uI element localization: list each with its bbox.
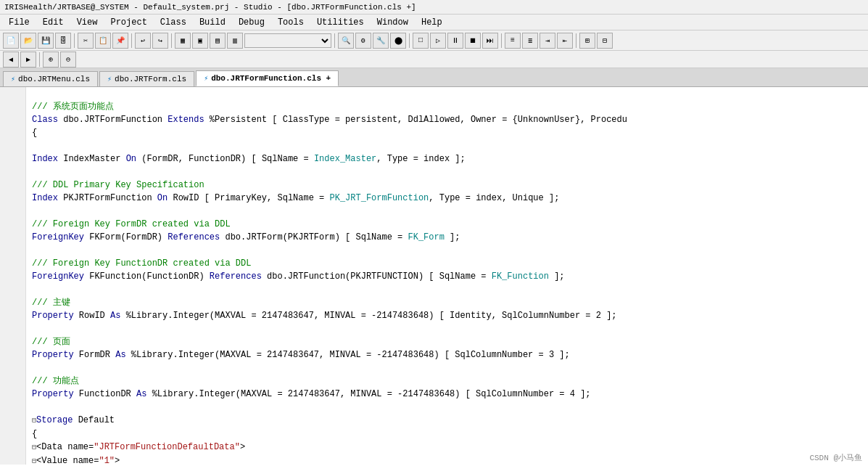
tab-jrtform[interactable]: ⚡ dbo.JRTForm.cls [99, 71, 194, 86]
btn-c2[interactable]: ≣ [522, 33, 538, 49]
btn-t1[interactable]: ▦ [175, 33, 191, 49]
sep7 [576, 33, 576, 48]
btn-t3[interactable]: ▤ [210, 33, 226, 49]
sep5 [409, 33, 410, 48]
menu-build[interactable]: Build [194, 16, 231, 29]
toolbar-dropdown[interactable] [244, 33, 331, 48]
btn-search[interactable]: 🔍 [338, 33, 354, 49]
tab-icon-jrtformfunction: ⚡ [204, 74, 208, 83]
menu-file[interactable]: File [3, 16, 36, 29]
btn-b5[interactable]: ⏭ [482, 33, 498, 49]
btn-undo[interactable]: ↩ [135, 33, 151, 49]
menu-edit[interactable]: Edit [37, 16, 70, 29]
title-bar: IRISHealth/JRTBASE@_SYSTEM - Default_sys… [0, 0, 868, 15]
btn-redo[interactable]: ↪ [152, 33, 168, 49]
btn-c3[interactable]: ⇥ [540, 33, 555, 49]
btn-t2[interactable]: ▣ [192, 33, 208, 49]
btn-e3[interactable]: ⊕ [43, 52, 59, 68]
btn-b4[interactable]: ⏹ [465, 33, 481, 49]
sep2 [131, 33, 132, 48]
btn-t4[interactable]: ▥ [227, 33, 243, 49]
code-editor[interactable]: /// 系统页面功能点 Class dbo.JRTFormFunction Ex… [26, 87, 868, 465]
code-container: /// 系统页面功能点 Class dbo.JRTFormFunction Ex… [0, 87, 868, 465]
btn-e1[interactable]: ◀ [3, 52, 19, 68]
menu-tools[interactable]: Tools [272, 16, 310, 29]
tab-label-jrtform: dbo.JRTForm.cls [115, 75, 186, 83]
toolbar-secondary: ◀ ▶ ⊕ ⊖ [0, 51, 868, 68]
tab-jrtformfunction[interactable]: ⚡ dbo.JRTFormFunction.cls + [196, 70, 339, 86]
menu-help[interactable]: Help [416, 16, 448, 29]
menu-bar: File Edit View Project Class Build Debug… [0, 15, 868, 30]
menu-debug[interactable]: Debug [233, 16, 270, 29]
btn-c1[interactable]: ≡ [505, 33, 521, 49]
btn-s3[interactable]: ⬤ [390, 33, 406, 49]
btn-b3[interactable]: ⏸ [447, 33, 463, 49]
tab-label-jrtmenu: dbo.JRTMenu.cls [18, 75, 90, 83]
btn-s1[interactable]: ⚙ [355, 33, 371, 49]
btn-s2[interactable]: 🔧 [373, 33, 389, 49]
btn-paste[interactable]: 📌 [112, 33, 128, 49]
btn-copy[interactable]: 📋 [95, 33, 111, 49]
btn-save2[interactable]: 🗄 [55, 33, 71, 49]
menu-utilities[interactable]: Utilities [311, 16, 370, 29]
sep8 [39, 52, 40, 67]
btn-d1[interactable]: ⊞ [579, 33, 595, 49]
menu-view[interactable]: View [71, 16, 104, 29]
sep1 [74, 33, 75, 48]
menu-class[interactable]: Class [154, 16, 192, 29]
watermark: CSDN @小马鱼 [809, 452, 862, 463]
btn-d2[interactable]: ⊟ [597, 33, 613, 49]
btn-b1[interactable]: □ [413, 33, 429, 49]
btn-e4[interactable]: ⊖ [60, 52, 76, 68]
btn-open[interactable]: 📂 [20, 33, 36, 49]
tab-icon-jrtmenu: ⚡ [11, 75, 15, 83]
tab-bar: ⚡ dbo.JRTMenu.cls ⚡ dbo.JRTForm.cls ⚡ db… [0, 68, 868, 87]
sep3 [171, 33, 172, 48]
btn-new[interactable]: 📄 [3, 33, 19, 49]
line-numbers [0, 87, 26, 465]
sep4 [334, 33, 335, 48]
btn-cut[interactable]: ✂ [78, 33, 94, 49]
menu-window[interactable]: Window [371, 16, 414, 29]
title-text: IRISHealth/JRTBASE@_SYSTEM - Default_sys… [4, 3, 416, 12]
btn-e2[interactable]: ▶ [20, 52, 36, 68]
sep6 [501, 33, 502, 48]
toolbar-main: 📄 📂 💾 🗄 ✂ 📋 📌 ↩ ↪ ▦ ▣ ▤ ▥ 🔍 ⚙ 🔧 ⬤ □ ▷ ⏸ … [0, 30, 868, 51]
btn-save[interactable]: 💾 [38, 33, 54, 49]
menu-project[interactable]: Project [104, 16, 152, 29]
tab-label-jrtformfunction: dbo.JRTFormFunction.cls + [211, 74, 331, 83]
tab-icon-jrtform: ⚡ [107, 75, 112, 83]
btn-c4[interactable]: ⇤ [557, 33, 573, 49]
btn-b2[interactable]: ▷ [430, 33, 446, 49]
tab-jrtmenu[interactable]: ⚡ dbo.JRTMenu.cls [3, 71, 98, 86]
